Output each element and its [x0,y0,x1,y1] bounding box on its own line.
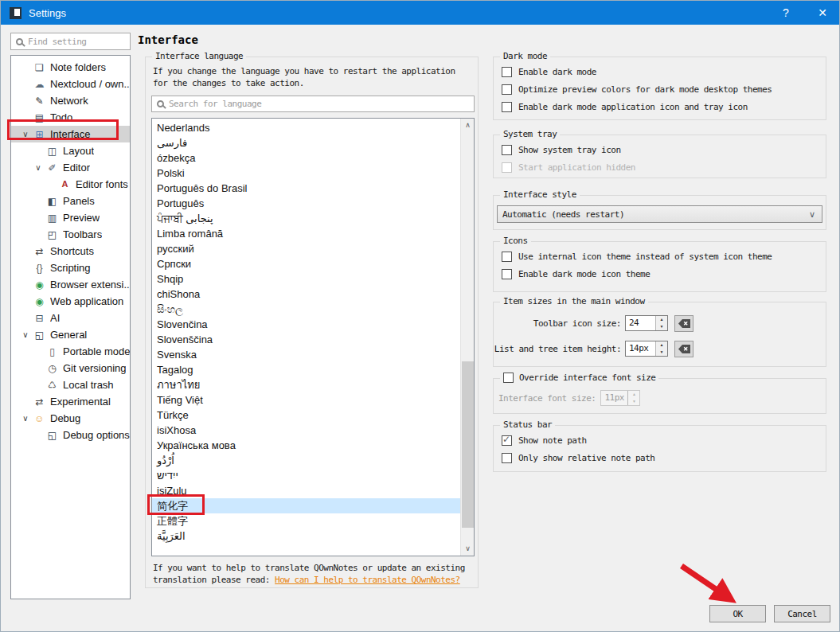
system-tray-group: System tray Show system tray iconStart a… [493,135,826,178]
language-option-limba-rom-n[interactable]: Limba română [152,226,474,241]
scroll-up-icon[interactable]: ∧ [461,119,475,132]
find-setting-input[interactable] [23,37,130,47]
sidebar-item-debug[interactable]: ∨☺Debug [11,410,130,427]
language-option-shqip[interactable]: Shqip [152,271,474,287]
reset-list-tree-item-height-button[interactable] [674,341,693,357]
language-option-ti-ng-vi-t[interactable]: Tiếng Việt [152,392,474,408]
language-option-item[interactable]: Українська мова [152,438,474,453]
editor-icon: ✐ [46,163,58,173]
language-option-item[interactable]: русский [152,241,474,256]
sidebar-item-panels[interactable]: ◧Panels [11,193,130,209]
reset-toolbar-icon-size-button[interactable] [674,315,693,332]
override-font-checkbox[interactable] [503,373,514,383]
sidebar-item-toolbars[interactable]: ◰Toolbars [11,226,130,243]
sidebar-item-git-versioning[interactable]: ◷Git versioning [11,360,130,376]
interface-style-group: Interface style Automatic (needs restart… [493,195,826,230]
globe-icon: ◉ [33,297,45,306]
sidebar-item-web-application[interactable]: ◉Web application [11,293,130,310]
checkbox[interactable] [502,145,512,155]
scrollbar-thumb[interactable] [462,361,474,528]
checkbox[interactable] [502,252,512,262]
language-option-item[interactable]: اُرْدُو [152,453,474,468]
spin-up-icon[interactable]: ▲ [656,341,667,349]
option-only-show-relative-note-path: Only show relative note path [502,453,821,463]
spin-down-icon[interactable]: ▼ [656,349,667,356]
language-restart-note: If you change the language you have to r… [153,65,475,89]
database-icon: ⊟ [33,314,45,323]
sidebar-item-network[interactable]: ✎Network [11,92,130,109]
sidebar-item-shortcuts[interactable]: ⇄Shortcuts [11,243,130,259]
list-tree-item-height-spinner[interactable]: 14px ▲▼ [625,341,668,357]
checkbox[interactable] [502,453,512,463]
language-option-tagalog[interactable]: Tagalog [152,362,474,377]
sidebar-item-editor-fonts[interactable]: AEditor fonts ... [11,176,130,193]
icons-group: Icons Use internal icon theme instead of… [493,241,826,292]
sidebar-item-portable-mode[interactable]: ▯Portable mode [11,343,130,360]
language-option-item[interactable]: ייִדיש [152,468,474,483]
checkbox[interactable] [502,102,512,112]
cancel-button[interactable]: Cancel [774,605,830,622]
sidebar-item-debug-options[interactable]: ◱Debug options [11,427,130,443]
language-option-nederlands[interactable]: Nederlands [152,120,474,135]
checkbox[interactable] [502,269,512,279]
language-option-svenska[interactable]: Svenska [152,347,474,362]
sidebar-item-label: Shortcuts [50,245,94,257]
sidebar-item-browser-extensi[interactable]: ◉Browser extensi... [11,276,130,293]
scroll-down-icon[interactable]: ∨ [461,542,475,556]
option-show-system-tray-icon: Show system tray icon [502,145,821,155]
interface-style-select[interactable]: Automatic (needs restart) ∨ [497,205,822,223]
language-option-portugu-s[interactable]: Português [152,196,474,211]
help-button[interactable]: ? [768,1,804,25]
language-option-polski[interactable]: Polski [152,166,474,181]
sidebar-item-layout[interactable]: ◫Layout [11,142,130,159]
translate-help-link[interactable]: How can I help to translate QOwnNotes? [275,575,460,585]
language-option-t-rk-e[interactable]: Türkçe [152,408,474,423]
language-option-chishona[interactable]: chiShona [152,287,474,302]
interface-font-size-value: 11px [601,391,627,405]
sidebar-item-scripting[interactable]: {}Scripting [11,259,130,276]
expander-icon[interactable]: ∨ [21,330,30,339]
expander-icon[interactable]: ∨ [33,163,43,172]
checkbox[interactable] [502,84,512,95]
language-option-item[interactable]: 正體字 [152,513,474,529]
scrollbar[interactable]: ∧ ∨ [460,119,474,556]
checkbox-label: Enable dark mode application icon and tr… [518,102,748,112]
toolbar-icon-size-spinner[interactable]: 24 ▲▼ [625,315,668,331]
spin-down-icon[interactable]: ▼ [656,323,667,330]
language-option-item[interactable]: සිංහල [152,302,474,317]
layout-icon: ◫ [46,146,58,156]
sidebar-item-experimental[interactable]: ⇄Experimental [11,393,130,410]
language-option-item[interactable]: فارسی [152,135,474,150]
language-option-isixhosa[interactable]: isiXhosa [152,423,474,438]
sidebar-item-local-trash[interactable]: ♺Local trash [11,376,130,393]
sidebar-item-label: Web application [50,295,123,307]
language-option-item[interactable]: ਪੰਜਾਬੀ پنجابی [152,211,474,226]
language-option-sloven-ina[interactable]: Slovenščina [152,332,474,347]
ok-button[interactable]: OK [709,605,766,622]
sidebar-item-nextcloud-own[interactable]: ☁Nextcloud / own... [11,76,130,92]
spin-up-icon[interactable]: ▲ [656,316,667,323]
checkbox[interactable] [502,67,512,77]
option-enable-dark-mode-icon-theme: Enable dark mode icon theme [502,269,821,279]
close-icon[interactable]: ✕ [804,1,840,25]
option-use-internal-icon-theme-instead-of-system-icon-theme: Use internal icon theme instead of syste… [502,252,821,262]
language-option-sloven-ina[interactable]: Slovenčina [152,317,474,332]
interface-font-size-spinner: 11px ▲▼ [600,390,640,406]
sidebar-item-note-folders[interactable]: ❏Note folders [11,59,130,76]
language-option-item[interactable]: Српски [152,256,474,271]
language-search[interactable] [151,96,475,112]
language-search-input[interactable] [164,99,474,109]
sidebar-item-editor[interactable]: ∨✐Editor [11,159,130,176]
expander-icon[interactable]: ∨ [21,414,30,423]
sidebar-item-preview[interactable]: ▥Preview [11,209,130,226]
search-icon [16,38,23,45]
language-option-zbek-a[interactable]: ózbekça [152,150,474,166]
language-option-item[interactable]: العَرَبِيَّة [152,529,474,544]
sidebar-item-ai[interactable]: ⊟AI [11,310,130,326]
language-option-item[interactable]: ภาษาไทย [152,377,474,392]
option-start-application-hidden: Start application hidden [502,162,821,173]
language-option-portugu-s-do-brasil[interactable]: Português do Brasil [152,181,474,196]
find-setting-search[interactable] [10,33,131,50]
checkbox[interactable]: ✓ [502,435,512,446]
sidebar-item-general[interactable]: ∨◱General [11,326,130,343]
